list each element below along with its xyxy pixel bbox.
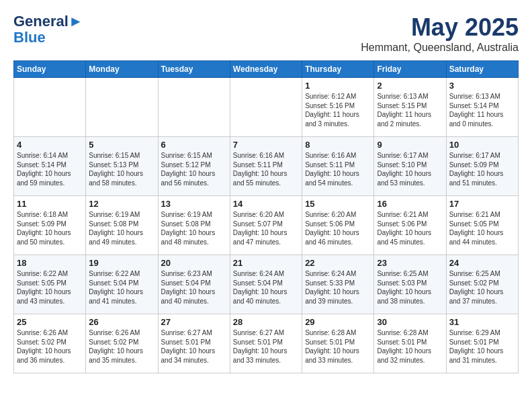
day-info: Sunrise: 6:29 AMSunset: 5:01 PMDaylight:… (449, 328, 515, 365)
day-info: Sunrise: 6:26 AMSunset: 5:02 PMDaylight:… (17, 328, 83, 365)
calendar-cell: 21Sunrise: 6:24 AMSunset: 5:04 PMDayligh… (230, 255, 302, 314)
day-info: Sunrise: 6:25 AMSunset: 5:03 PMDaylight:… (377, 269, 443, 306)
day-info: Sunrise: 6:15 AMSunset: 5:13 PMDaylight:… (89, 151, 154, 187)
day-number: 23 (377, 258, 443, 268)
day-info: Sunrise: 6:22 AMSunset: 5:05 PMDaylight:… (17, 269, 83, 306)
day-number: 24 (449, 258, 515, 268)
calendar-cell (86, 78, 158, 137)
day-info: Sunrise: 6:24 AMSunset: 5:04 PMDaylight:… (233, 269, 299, 306)
calendar-cell: 12Sunrise: 6:19 AMSunset: 5:08 PMDayligh… (86, 196, 158, 255)
calendar-cell: 3Sunrise: 6:13 AMSunset: 5:14 PMDaylight… (446, 78, 518, 137)
calendar-cell: 4Sunrise: 6:14 AMSunset: 5:14 PMDaylight… (14, 137, 86, 196)
calendar-week-1: 1Sunrise: 6:12 AMSunset: 5:16 PMDaylight… (14, 78, 519, 137)
calendar-cell: 2Sunrise: 6:13 AMSunset: 5:15 PMDaylight… (374, 78, 446, 137)
day-info: Sunrise: 6:17 AMSunset: 5:10 PMDaylight:… (377, 151, 443, 187)
calendar-cell: 14Sunrise: 6:20 AMSunset: 5:07 PMDayligh… (230, 196, 302, 255)
day-info: Sunrise: 6:16 AMSunset: 5:11 PMDaylight:… (233, 151, 299, 187)
calendar-cell: 6Sunrise: 6:15 AMSunset: 5:12 PMDaylight… (158, 137, 230, 196)
day-number: 5 (89, 140, 154, 150)
calendar-week-4: 18Sunrise: 6:22 AMSunset: 5:05 PMDayligh… (14, 255, 519, 314)
day-info: Sunrise: 6:27 AMSunset: 5:01 PMDaylight:… (161, 328, 227, 365)
calendar-cell (14, 78, 86, 137)
calendar-table: SundayMondayTuesdayWednesdayThursdayFrid… (13, 60, 519, 373)
day-info: Sunrise: 6:20 AMSunset: 5:06 PMDaylight:… (305, 210, 371, 246)
day-number: 1 (305, 81, 371, 91)
day-info: Sunrise: 6:24 AMSunset: 5:33 PMDaylight:… (305, 269, 371, 306)
day-number: 30 (377, 317, 443, 327)
logo-text: General►Blue (13, 13, 83, 46)
day-number: 28 (233, 317, 299, 327)
day-info: Sunrise: 6:21 AMSunset: 5:06 PMDaylight:… (377, 210, 443, 246)
calendar-cell: 29Sunrise: 6:28 AMSunset: 5:01 PMDayligh… (302, 314, 374, 373)
calendar-cell: 11Sunrise: 6:18 AMSunset: 5:09 PMDayligh… (14, 196, 86, 255)
day-number: 18 (17, 258, 83, 268)
day-info: Sunrise: 6:18 AMSunset: 5:09 PMDaylight:… (17, 210, 83, 246)
day-info: Sunrise: 6:13 AMSunset: 5:14 PMDaylight:… (449, 92, 515, 128)
calendar-cell: 26Sunrise: 6:26 AMSunset: 5:02 PMDayligh… (86, 314, 158, 373)
calendar-cell: 20Sunrise: 6:23 AMSunset: 5:04 PMDayligh… (158, 255, 230, 314)
calendar-cell: 18Sunrise: 6:22 AMSunset: 5:05 PMDayligh… (14, 255, 86, 314)
day-number: 3 (449, 81, 515, 91)
calendar-cell (158, 78, 230, 137)
calendar-cell (230, 78, 302, 137)
weekday-header-thursday: Thursday (302, 61, 374, 78)
day-number: 9 (377, 140, 443, 150)
page-header: General►Blue May 2025 Hemmant, Queenslan… (13, 13, 519, 54)
day-info: Sunrise: 6:28 AMSunset: 5:01 PMDaylight:… (377, 328, 443, 365)
calendar-cell: 8Sunrise: 6:16 AMSunset: 5:11 PMDaylight… (302, 137, 374, 196)
weekday-header-friday: Friday (374, 61, 446, 78)
calendar-cell: 23Sunrise: 6:25 AMSunset: 5:03 PMDayligh… (374, 255, 446, 314)
day-info: Sunrise: 6:15 AMSunset: 5:12 PMDaylight:… (161, 151, 227, 187)
weekday-header-wednesday: Wednesday (230, 61, 302, 78)
day-info: Sunrise: 6:22 AMSunset: 5:04 PMDaylight:… (89, 269, 154, 306)
calendar-cell: 13Sunrise: 6:19 AMSunset: 5:08 PMDayligh… (158, 196, 230, 255)
month-title: May 2025 (361, 13, 519, 42)
calendar-cell: 24Sunrise: 6:25 AMSunset: 5:02 PMDayligh… (446, 255, 518, 314)
day-info: Sunrise: 6:28 AMSunset: 5:01 PMDaylight:… (305, 328, 371, 365)
day-info: Sunrise: 6:17 AMSunset: 5:09 PMDaylight:… (449, 151, 515, 187)
day-number: 22 (305, 258, 371, 268)
logo-blue: Blue (13, 29, 46, 46)
day-info: Sunrise: 6:26 AMSunset: 5:02 PMDaylight:… (89, 328, 154, 365)
day-number: 7 (233, 140, 299, 150)
title-block: May 2025 Hemmant, Queensland, Australia (361, 13, 519, 54)
weekday-header-saturday: Saturday (446, 61, 518, 78)
day-number: 13 (161, 199, 227, 209)
calendar-cell: 15Sunrise: 6:20 AMSunset: 5:06 PMDayligh… (302, 196, 374, 255)
day-info: Sunrise: 6:19 AMSunset: 5:08 PMDaylight:… (89, 210, 154, 246)
day-number: 14 (233, 199, 299, 209)
day-info: Sunrise: 6:19 AMSunset: 5:08 PMDaylight:… (161, 210, 227, 246)
calendar-cell: 28Sunrise: 6:27 AMSunset: 5:01 PMDayligh… (230, 314, 302, 373)
day-info: Sunrise: 6:20 AMSunset: 5:07 PMDaylight:… (233, 210, 299, 246)
day-number: 12 (89, 199, 154, 209)
day-number: 4 (17, 140, 83, 150)
day-number: 26 (89, 317, 154, 327)
calendar-cell: 9Sunrise: 6:17 AMSunset: 5:10 PMDaylight… (374, 137, 446, 196)
calendar-cell: 5Sunrise: 6:15 AMSunset: 5:13 PMDaylight… (86, 137, 158, 196)
day-number: 2 (377, 81, 443, 91)
calendar-cell: 1Sunrise: 6:12 AMSunset: 5:16 PMDaylight… (302, 78, 374, 137)
calendar-cell: 17Sunrise: 6:21 AMSunset: 5:05 PMDayligh… (446, 196, 518, 255)
day-info: Sunrise: 6:23 AMSunset: 5:04 PMDaylight:… (161, 269, 227, 306)
calendar-cell: 16Sunrise: 6:21 AMSunset: 5:06 PMDayligh… (374, 196, 446, 255)
logo: General►Blue (13, 13, 83, 46)
day-number: 29 (305, 317, 371, 327)
day-number: 17 (449, 199, 515, 209)
day-number: 16 (377, 199, 443, 209)
weekday-header-monday: Monday (86, 61, 158, 78)
calendar-cell: 7Sunrise: 6:16 AMSunset: 5:11 PMDaylight… (230, 137, 302, 196)
calendar-cell: 19Sunrise: 6:22 AMSunset: 5:04 PMDayligh… (86, 255, 158, 314)
day-number: 10 (449, 140, 515, 150)
calendar-cell: 31Sunrise: 6:29 AMSunset: 5:01 PMDayligh… (446, 314, 518, 373)
day-number: 25 (17, 317, 83, 327)
day-info: Sunrise: 6:16 AMSunset: 5:11 PMDaylight:… (305, 151, 371, 187)
day-info: Sunrise: 6:27 AMSunset: 5:01 PMDaylight:… (233, 328, 299, 365)
day-number: 8 (305, 140, 371, 150)
calendar-cell: 30Sunrise: 6:28 AMSunset: 5:01 PMDayligh… (374, 314, 446, 373)
day-info: Sunrise: 6:12 AMSunset: 5:16 PMDaylight:… (305, 92, 371, 128)
day-number: 11 (17, 199, 83, 209)
day-info: Sunrise: 6:13 AMSunset: 5:15 PMDaylight:… (377, 92, 443, 128)
day-number: 20 (161, 258, 227, 268)
day-number: 6 (161, 140, 227, 150)
calendar-cell: 25Sunrise: 6:26 AMSunset: 5:02 PMDayligh… (14, 314, 86, 373)
